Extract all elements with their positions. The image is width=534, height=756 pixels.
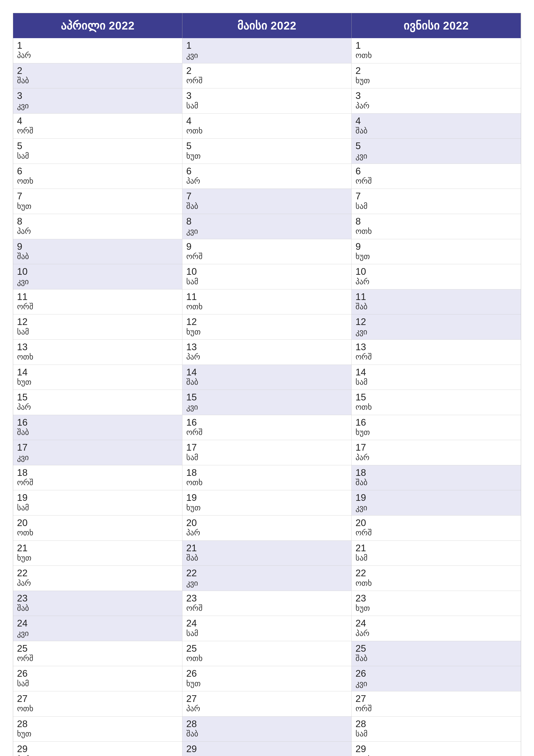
- day-number-m1-d28: 28: [186, 719, 347, 729]
- day-number-m0-d6: 6: [17, 166, 178, 176]
- month-header-0: აპრილი 2022: [13, 13, 182, 38]
- day-name-m2-d25: შაბ: [355, 654, 517, 663]
- day-number-m1-d5: 5: [186, 141, 347, 151]
- calendar-grid: აპრილი 2022მაისი 2022ივნისი 20221პარ1კვი…: [13, 13, 521, 756]
- day-name-m1-d19: ხუთ: [186, 503, 347, 512]
- day-name-m2-d29: ოთხ: [355, 754, 517, 756]
- day-name-m1-d29: კვი: [186, 754, 347, 756]
- day-cell-m2-d5: 5კვი: [352, 139, 521, 164]
- day-number-m0-d1: 1: [17, 40, 178, 51]
- day-number-m0-d3: 3: [17, 91, 178, 101]
- day-number-m1-d6: 6: [186, 166, 347, 176]
- day-number-m1-d20: 20: [186, 518, 347, 528]
- day-name-m2-d24: პარ: [355, 629, 517, 638]
- day-cell-m1-d9: 9ორშ: [182, 239, 352, 264]
- day-name-m0-d13: ოთხ: [17, 352, 178, 362]
- day-name-m2-d2: ხუთ: [355, 76, 517, 85]
- day-cell-m1-d18: 18ოთხ: [182, 465, 352, 491]
- day-number-m1-d7: 7: [186, 191, 347, 201]
- day-number-m0-d12: 12: [17, 316, 178, 327]
- day-number-m1-d29: 29: [186, 744, 347, 754]
- day-number-m1-d1: 1: [186, 40, 347, 51]
- day-number-m2-d13: 13: [355, 342, 517, 352]
- day-number-m2-d23: 23: [355, 593, 517, 604]
- day-number-m0-d9: 9: [17, 241, 178, 252]
- day-number-m2-d7: 7: [355, 191, 517, 201]
- day-name-m1-d16: ორშ: [186, 428, 347, 437]
- day-cell-m2-d12: 12კვი: [352, 314, 521, 339]
- day-cell-m1-d19: 19ხუთ: [182, 490, 352, 516]
- day-cell-m1-d21: 21შაბ: [182, 541, 352, 566]
- day-number-m0-d26: 26: [17, 668, 178, 679]
- day-number-m0-d7: 7: [17, 191, 178, 201]
- day-number-m1-d13: 13: [186, 342, 347, 352]
- day-number-m2-d16: 16: [355, 417, 517, 428]
- day-cell-m0-d11: 11ორშ: [13, 289, 182, 315]
- day-cell-m2-d6: 6ორშ: [352, 164, 521, 189]
- day-cell-m0-d20: 20ოთხ: [13, 516, 182, 541]
- day-name-m0-d27: ოთხ: [17, 704, 178, 713]
- day-name-m1-d21: შაბ: [186, 553, 347, 562]
- day-cell-m0-d6: 6ოთხ: [13, 164, 182, 189]
- day-name-m0-d9: შაბ: [17, 252, 178, 261]
- day-name-m2-d21: სამ: [355, 553, 517, 562]
- day-number-m1-d4: 4: [186, 116, 347, 126]
- day-cell-m2-d11: 11შაბ: [352, 289, 521, 315]
- day-number-m2-d10: 10: [355, 266, 517, 277]
- day-number-m0-d28: 28: [17, 719, 178, 729]
- day-cell-m1-d5: 5ხუთ: [182, 139, 352, 164]
- day-name-m1-d8: კვი: [186, 227, 347, 236]
- day-cell-m0-d15: 15პარ: [13, 390, 182, 415]
- day-name-m0-d6: ოთხ: [17, 176, 178, 186]
- day-name-m2-d4: შაბ: [355, 126, 517, 135]
- day-cell-m0-d7: 7ხუთ: [13, 189, 182, 214]
- day-name-m0-d21: ხუთ: [17, 553, 178, 562]
- day-number-m0-d18: 18: [17, 468, 178, 478]
- day-cell-m2-d21: 21სამ: [352, 541, 521, 566]
- day-name-m1-d9: ორშ: [186, 252, 347, 261]
- day-name-m2-d12: კვი: [355, 327, 517, 337]
- day-cell-m1-d29: 29კვი: [182, 742, 352, 756]
- day-name-m1-d6: პარ: [186, 176, 347, 186]
- day-cell-m1-d23: 23ორშ: [182, 591, 352, 616]
- day-name-m0-d7: ხუთ: [17, 202, 178, 211]
- day-cell-m1-d14: 14შაბ: [182, 365, 352, 390]
- day-number-m2-d21: 21: [355, 543, 517, 553]
- day-cell-m0-d12: 12სამ: [13, 314, 182, 339]
- day-name-m2-d10: პარ: [355, 277, 517, 286]
- day-name-m0-d2: შაბ: [17, 76, 178, 85]
- day-cell-m0-d14: 14ხუთ: [13, 365, 182, 390]
- day-name-m2-d11: შაბ: [355, 302, 517, 311]
- day-number-m1-d17: 17: [186, 442, 347, 452]
- day-name-m1-d24: სამ: [186, 629, 347, 638]
- day-number-m1-d10: 10: [186, 266, 347, 277]
- day-name-m1-d12: ხუთ: [186, 327, 347, 337]
- day-number-m0-d24: 24: [17, 618, 178, 629]
- day-cell-m1-d11: 11ოთხ: [182, 289, 352, 315]
- day-name-m2-d27: ორშ: [355, 704, 517, 713]
- month-header-1: მაისი 2022: [182, 13, 352, 38]
- day-number-m2-d1: 1: [355, 40, 517, 51]
- day-cell-m2-d27: 27ორშ: [352, 691, 521, 716]
- day-cell-m0-d26: 26სამ: [13, 666, 182, 691]
- day-cell-m0-d28: 28ხუთ: [13, 716, 182, 742]
- day-name-m2-d15: ოთხ: [355, 402, 517, 412]
- day-number-m0-d15: 15: [17, 392, 178, 402]
- day-name-m2-d22: ოთხ: [355, 579, 517, 588]
- day-name-m2-d8: ოთხ: [355, 227, 517, 236]
- day-name-m1-d20: პარ: [186, 528, 347, 537]
- month-header-2: ივნისი 2022: [352, 13, 521, 38]
- day-number-m1-d2: 2: [186, 66, 347, 76]
- day-name-m0-d19: სამ: [17, 503, 178, 512]
- day-number-m0-d25: 25: [17, 643, 178, 654]
- day-number-m2-d18: 18: [355, 468, 517, 478]
- day-cell-m1-d20: 20პარ: [182, 516, 352, 541]
- day-number-m2-d12: 12: [355, 316, 517, 327]
- day-name-m1-d4: ოთხ: [186, 126, 347, 135]
- day-number-m1-d22: 22: [186, 568, 347, 578]
- day-name-m2-d18: შაბ: [355, 478, 517, 487]
- day-name-m0-d28: ხუთ: [17, 729, 178, 738]
- day-name-m1-d28: შაბ: [186, 729, 347, 738]
- day-cell-m1-d28: 28შაბ: [182, 716, 352, 742]
- day-name-m2-d7: სამ: [355, 202, 517, 211]
